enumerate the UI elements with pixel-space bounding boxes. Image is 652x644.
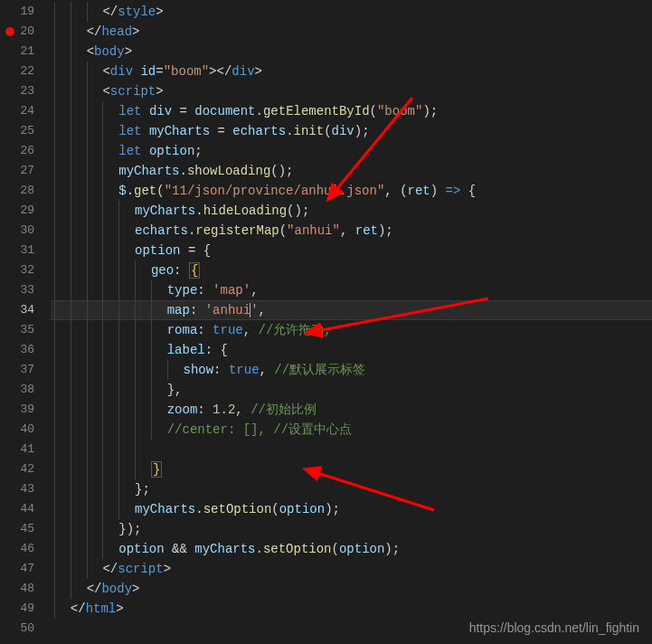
code-line[interactable]: <div id="boom"></div> — [51, 62, 652, 81]
code-line[interactable]: //center: [], //设置中心点 — [51, 420, 652, 440]
line-number[interactable]: 44 — [0, 499, 51, 519]
code-line[interactable]: let div = document.getElementById("boom"… — [51, 101, 652, 121]
watermark-text: https://blog.csdn.net/lin_fightin — [469, 620, 639, 635]
code-line[interactable]: </script> — [51, 559, 652, 579]
line-number[interactable]: 29 — [0, 201, 51, 221]
code-line[interactable]: </style> — [51, 2, 652, 22]
line-number[interactable]: 26 — [0, 141, 51, 161]
line-number[interactable]: 49 — [0, 599, 51, 619]
line-number[interactable]: 45 — [0, 519, 51, 539]
code-line[interactable]: myCharts.showLoading(); — [51, 161, 652, 181]
line-number[interactable]: 23 — [0, 81, 51, 101]
code-line[interactable]: zoom: 1.2, //初始比例 — [51, 400, 652, 420]
breakpoint-icon[interactable] — [5, 27, 14, 36]
code-line[interactable]: show: true, //默认展示标签 — [51, 360, 652, 380]
code-line[interactable]: option && myCharts.setOption(option); — [51, 539, 652, 559]
line-number[interactable]: 22 — [0, 62, 51, 81]
code-line[interactable]: }; — [51, 479, 652, 499]
code-line[interactable]: </body> — [51, 579, 652, 599]
code-line[interactable] — [51, 440, 652, 459]
code-area[interactable]: </style> </head> <body> <div id="boom"><… — [51, 0, 652, 644]
line-number[interactable]: 19 — [0, 2, 51, 22]
line-number[interactable]: 28 — [0, 181, 51, 201]
line-number-gutter[interactable]: 1920212223242526272829303132333435363738… — [0, 0, 51, 644]
code-line[interactable]: }, — [51, 380, 652, 400]
line-number[interactable]: 40 — [0, 420, 51, 440]
code-line[interactable]: let myCharts = echarts.init(div); — [51, 121, 652, 141]
line-number[interactable]: 50 — [0, 619, 51, 639]
code-line[interactable]: myCharts.setOption(option); — [51, 499, 652, 519]
line-number[interactable]: 37 — [0, 360, 51, 380]
code-line[interactable]: myCharts.hideLoading(); — [51, 201, 652, 221]
line-number[interactable]: 41 — [0, 440, 51, 459]
line-number[interactable]: 24 — [0, 101, 51, 121]
line-number[interactable]: 25 — [0, 121, 51, 141]
code-line[interactable]: }); — [51, 519, 652, 539]
code-line[interactable]: let option; — [51, 141, 652, 161]
code-line[interactable]: </html> — [51, 599, 652, 619]
line-number[interactable]: 47 — [0, 559, 51, 579]
line-number[interactable]: 31 — [0, 241, 51, 260]
line-number[interactable]: 36 — [0, 340, 51, 360]
code-line[interactable]: roma: true, //允许拖动, — [51, 320, 652, 340]
code-line[interactable]: geo: { — [51, 260, 652, 280]
line-number[interactable]: 34 — [0, 300, 51, 320]
code-line[interactable]: type: 'map', — [51, 280, 652, 300]
line-number[interactable]: 46 — [0, 539, 51, 559]
code-editor: 1920212223242526272829303132333435363738… — [0, 0, 652, 644]
line-number[interactable]: 35 — [0, 320, 51, 340]
line-number[interactable]: 32 — [0, 260, 51, 280]
code-line[interactable]: $.get("11/json/province/anhui.json", (re… — [51, 181, 652, 201]
code-line[interactable]: <script> — [51, 81, 652, 101]
line-number[interactable]: 30 — [0, 221, 51, 241]
line-number[interactable]: 48 — [0, 579, 51, 599]
code-line[interactable]: </head> — [51, 22, 652, 42]
line-number[interactable]: 21 — [0, 42, 51, 62]
line-number[interactable]: 43 — [0, 479, 51, 499]
line-number[interactable]: 20 — [0, 22, 51, 42]
code-line[interactable]: map: 'anhui', — [51, 300, 652, 320]
code-line[interactable]: echarts.registerMap("anhui", ret); — [51, 221, 652, 241]
line-number[interactable]: 39 — [0, 400, 51, 420]
code-line[interactable]: label: { — [51, 340, 652, 360]
code-line[interactable]: } — [51, 459, 652, 479]
code-line[interactable]: <body> — [51, 42, 652, 62]
line-number[interactable]: 33 — [0, 280, 51, 300]
code-line[interactable]: option = { — [51, 241, 652, 260]
line-number[interactable]: 42 — [0, 459, 51, 479]
line-number[interactable]: 38 — [0, 380, 51, 400]
line-number[interactable]: 27 — [0, 161, 51, 181]
